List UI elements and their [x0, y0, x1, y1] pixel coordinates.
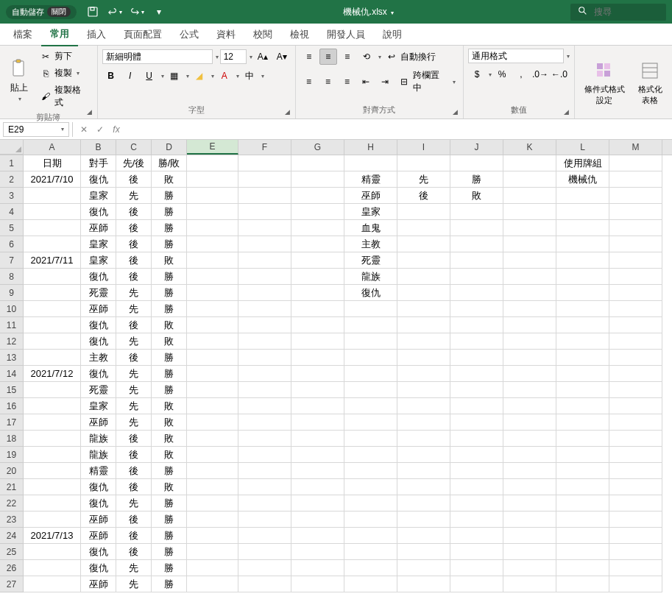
cell[interactable]	[187, 414, 238, 431]
cell[interactable]	[450, 269, 503, 285]
cell[interactable]	[291, 560, 344, 576]
cell[interactable]	[609, 171, 662, 188]
cell[interactable]: 先	[116, 188, 152, 204]
cell[interactable]	[609, 301, 662, 317]
cell[interactable]: 敗	[152, 398, 187, 414]
cell[interactable]: 後	[397, 188, 450, 204]
tab-home[interactable]: 常用	[41, 23, 78, 46]
cell[interactable]	[291, 171, 344, 188]
cell[interactable]	[187, 528, 238, 544]
cell[interactable]: 敗	[152, 317, 187, 333]
cell[interactable]	[187, 252, 238, 269]
cell[interactable]	[238, 495, 291, 511]
cell[interactable]	[450, 333, 503, 350]
cell[interactable]	[291, 188, 344, 204]
cell[interactable]: 皇家	[81, 398, 116, 414]
cell[interactable]	[503, 204, 556, 220]
cell[interactable]	[397, 269, 450, 285]
tab-file[interactable]: 檔案	[4, 24, 41, 46]
increase-indent-icon[interactable]: ⇥	[376, 74, 394, 90]
chevron-down-icon[interactable]: ▾	[236, 73, 239, 79]
cell[interactable]: 對手	[81, 155, 116, 171]
cell[interactable]: 復仇	[81, 495, 116, 511]
cell[interactable]	[187, 398, 238, 414]
cell[interactable]	[556, 544, 609, 560]
save-icon[interactable]	[85, 4, 100, 19]
cell[interactable]: 先	[116, 560, 152, 576]
cell[interactable]	[187, 188, 238, 204]
cell[interactable]	[609, 252, 662, 269]
cell[interactable]	[609, 511, 662, 528]
cell[interactable]	[503, 382, 556, 398]
cell[interactable]	[24, 495, 81, 511]
format-painter-button[interactable]: 🖌複製格式	[37, 82, 93, 110]
cell[interactable]	[450, 155, 503, 171]
cell[interactable]: 復仇	[81, 560, 116, 576]
cell[interactable]	[291, 252, 344, 269]
cell[interactable]	[291, 511, 344, 528]
cell[interactable]: 後	[116, 511, 152, 528]
bold-button[interactable]: B	[102, 68, 120, 84]
cell[interactable]	[238, 188, 291, 204]
cell[interactable]: 復仇	[81, 317, 116, 333]
cell[interactable]	[556, 269, 609, 285]
qat-more-icon[interactable]: ▾	[152, 4, 166, 19]
chevron-down-icon[interactable]: ▾	[61, 126, 64, 132]
cell[interactable]	[291, 414, 344, 431]
cell[interactable]	[397, 333, 450, 350]
cell[interactable]	[450, 317, 503, 333]
cell[interactable]	[397, 382, 450, 398]
row-header[interactable]: 15	[0, 382, 24, 398]
font-name-select[interactable]	[102, 49, 213, 64]
chevron-down-icon[interactable]: ▾	[250, 54, 252, 60]
cell[interactable]: 敗	[152, 479, 187, 495]
cell[interactable]: 復仇	[81, 366, 116, 382]
cell[interactable]: 使用牌組	[556, 155, 609, 171]
cell[interactable]	[187, 560, 238, 576]
cell[interactable]	[503, 236, 556, 252]
cell[interactable]: 後	[116, 252, 152, 269]
cell[interactable]	[187, 511, 238, 528]
cell[interactable]: 後	[116, 447, 152, 463]
cell[interactable]	[556, 220, 609, 236]
copy-button[interactable]: ⎘複製▾	[37, 66, 93, 81]
cell[interactable]	[291, 220, 344, 236]
cell[interactable]: 巫師	[81, 414, 116, 431]
cell[interactable]: 2021/7/12	[24, 366, 81, 382]
cell[interactable]	[238, 366, 291, 382]
row-header[interactable]: 11	[0, 317, 24, 333]
cell[interactable]	[450, 431, 503, 447]
cell[interactable]	[450, 414, 503, 431]
cell[interactable]: 復仇	[81, 479, 116, 495]
cell[interactable]	[503, 560, 556, 576]
cell[interactable]: 勝	[152, 188, 187, 204]
cell[interactable]	[238, 528, 291, 544]
cell[interactable]	[24, 188, 81, 204]
cell[interactable]	[187, 382, 238, 398]
cell[interactable]	[609, 220, 662, 236]
cell[interactable]: 巫師	[344, 188, 397, 204]
cell[interactable]	[397, 431, 450, 447]
cell[interactable]	[238, 333, 291, 350]
cell[interactable]	[450, 398, 503, 414]
cell[interactable]	[344, 366, 397, 382]
cell[interactable]	[344, 431, 397, 447]
cell[interactable]	[397, 252, 450, 269]
chevron-down-icon[interactable]: ▾	[453, 79, 456, 85]
row-header[interactable]: 21	[0, 479, 24, 495]
row-header[interactable]: 10	[0, 301, 24, 317]
cell[interactable]: 2021/7/11	[24, 252, 81, 269]
cell[interactable]	[503, 495, 556, 511]
dialog-launcher-icon[interactable]: ◢	[453, 108, 461, 117]
cell[interactable]	[556, 317, 609, 333]
cell[interactable]	[187, 431, 238, 447]
cell[interactable]	[450, 479, 503, 495]
cell[interactable]	[556, 188, 609, 204]
col-header[interactable]: C	[116, 140, 152, 155]
col-header[interactable]: G	[291, 140, 344, 155]
cell[interactable]: 2021/7/13	[24, 528, 81, 544]
cell[interactable]	[238, 431, 291, 447]
row-header[interactable]: 4	[0, 204, 24, 220]
cell[interactable]	[556, 333, 609, 350]
cell[interactable]	[609, 398, 662, 414]
